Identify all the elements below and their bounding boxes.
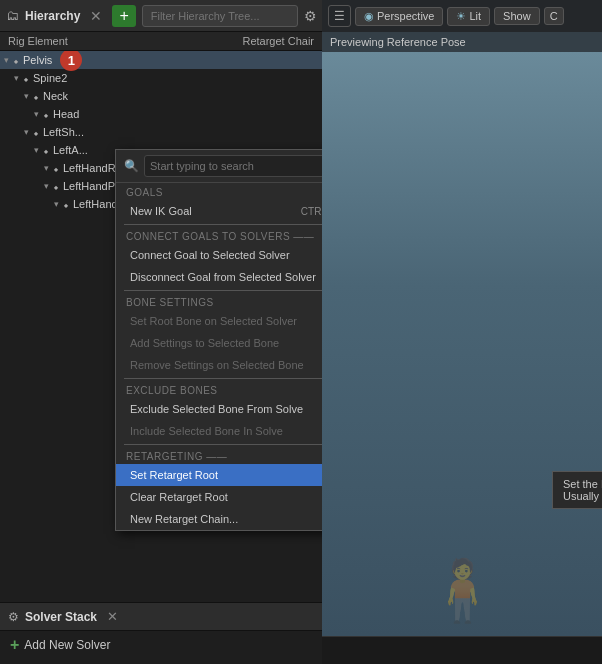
solver-stack: ⚙ Solver Stack ✕ + Add New Solver [0,602,322,664]
bone-icon-8: ⬥ [53,181,59,192]
hierarchy-gear-icon[interactable]: ⚙ [304,8,317,24]
tree-item-label-leftsh: LeftSh... [43,126,84,138]
viewport-subtitle: Previewing Reference Pose [322,32,602,52]
hierarchy-add-button[interactable]: + [112,5,135,27]
hierarchy-close-button[interactable]: ✕ [90,8,102,24]
add-solver-label: Add New Solver [24,638,110,652]
menu-item-remove-settings[interactable]: Remove Settings on Selected Bone [116,354,322,376]
menu-item-include-bone[interactable]: Include Selected Bone In Solve [116,420,322,442]
menu-search-icon: 🔍 [124,159,139,173]
menu-item-set-root-bone[interactable]: Set Root Bone on Selected Solver [116,310,322,332]
arrow-down-icon-2: ▾ [14,73,19,83]
tree-area: ▾ ⬥ Pelvis 1 ▾ ⬥ Spine2 ▾ ⬥ Neck ▾ ⬥ Hea… [0,51,322,602]
viewport-hamburger-button[interactable]: ☰ [328,5,351,27]
menu-item-connect-goal[interactable]: Connect Goal to Selected Solver [116,244,322,266]
bone-icon-9: ⬥ [63,199,69,210]
menu-item-clear-retarget-root[interactable]: Clear Retarget Root [116,486,322,508]
hierarchy-header: 🗂 Hierarchy ✕ + ⚙ ▾ [0,0,322,32]
solver-stack-close-button[interactable]: ✕ [107,609,118,624]
lit-label: Lit [469,10,481,22]
hierarchy-search-input[interactable] [142,5,298,27]
section-connect-goals: CONNECT GOALS TO SOLVERS —— [116,227,322,244]
arrow-down-icon: ▾ [4,55,9,65]
solver-stack-title: Solver Stack [25,610,97,624]
hierarchy-icon: 🗂 [6,8,19,23]
include-bone-label: Include Selected Bone In Solve [130,425,283,437]
retarget-chair-label: Retarget Chair [242,35,314,47]
new-ik-goal-shortcut: CTRL+N [301,206,322,217]
show-label: Show [503,10,531,22]
context-menu: 🔍 GOALS New IK Goal CTRL+N CONNECT GOALS… [115,149,322,531]
section-retargeting: RETARGETING —— [116,447,322,464]
solver-stack-icon: ⚙ [8,610,19,624]
remove-settings-label: Remove Settings on Selected Bone [130,359,304,371]
menu-item-exclude-bone[interactable]: Exclude Selected Bone From Solve [116,398,322,420]
viewport-lit-button[interactable]: ☀ Lit [447,7,490,26]
rig-element-label: Rig Element [8,35,68,47]
tree-item-pelvis[interactable]: ▾ ⬥ Pelvis 1 [0,51,322,69]
menu-search-row: 🔍 [116,150,322,183]
tree-item-head[interactable]: ▾ ⬥ Head [0,105,322,123]
perspective-globe-icon: ◉ [364,10,374,23]
left-panel: 🗂 Hierarchy ✕ + ⚙ ▾ Rig Element Retarget… [0,0,322,664]
menu-item-add-settings[interactable]: Add Settings to Selected Bone [116,332,322,354]
disconnect-goal-label: Disconnect Goal from Selected Solver [130,271,316,283]
divider-1 [124,224,322,225]
tree-item-label-neck: Neck [43,90,68,102]
viewport-extra-button[interactable]: C [544,7,564,25]
add-solver-plus-icon: + [10,636,19,654]
tree-item-neck[interactable]: ▾ ⬥ Neck [0,87,322,105]
tree-item-spine2[interactable]: ▾ ⬥ Spine2 [0,69,322,87]
viewport-panel: ☰ ◉ Perspective ☀ Lit Show C Previewing … [322,0,602,664]
add-solver-button[interactable]: + Add New Solver [0,631,322,659]
tree-item-label-head: Head [53,108,79,120]
bone-icon: ⬥ [13,55,19,66]
tree-item-label-spine2: Spine2 [33,72,67,84]
menu-item-new-ik-goal[interactable]: New IK Goal CTRL+N [116,200,322,222]
bone-icon-6: ⬥ [43,145,49,156]
new-ik-goal-label: New IK Goal [130,205,192,217]
set-root-bone-label: Set Root Bone on Selected Solver [130,315,297,327]
tree-item-label-lefta: LeftA... [53,144,88,156]
tooltip-text: Set the Root Bone used for retargeting. … [563,478,602,502]
menu-item-new-retarget-chain[interactable]: New Retarget Chain... [116,508,322,530]
solver-header: ⚙ Solver Stack ✕ [0,603,322,631]
menu-item-set-retarget-root[interactable]: Set Retarget Root 2 [116,464,322,486]
divider-3 [124,378,322,379]
bone-icon-4: ⬥ [43,109,49,120]
divider-2 [124,290,322,291]
tooltip-box: Set the Root Bone used for retargeting. … [552,471,602,509]
bone-icon-2: ⬥ [23,73,29,84]
arrow-icon-lpk: ▾ [54,199,59,209]
section-goals: GOALS [116,183,322,200]
bone-icon-7: ⬥ [53,163,59,174]
viewport-bottom: Z X Y CSDN 心处方 [322,636,602,664]
bone-icon-3: ⬥ [33,91,39,102]
viewport-show-button[interactable]: Show [494,7,540,25]
arrow-down-icon-3: ▾ [24,91,29,101]
clear-retarget-root-label: Clear Retarget Root [130,491,228,503]
arrow-icon-leftsh: ▾ [24,127,29,137]
table-header: Rig Element Retarget Chair [0,32,322,51]
viewport-subtitle-text: Previewing Reference Pose [330,36,466,48]
bone-icon-5: ⬥ [33,127,39,138]
viewport-bar: ☰ ◉ Perspective ☀ Lit Show C [322,0,602,32]
connect-goal-label: Connect Goal to Selected Solver [130,249,290,261]
viewport-perspective-button[interactable]: ◉ Perspective [355,7,443,26]
arrow-icon-lr2: ▾ [44,163,49,173]
viewport-3d-bg[interactable]: 🧍 [322,52,602,636]
tree-item-label: Pelvis [23,54,52,66]
menu-item-disconnect-goal[interactable]: Disconnect Goal from Selected Solver [116,266,322,288]
section-exclude-bones: EXCLUDE BONES [116,381,322,398]
section-bone-settings: BONE SETTINGS [116,293,322,310]
arrow-icon-lp: ▾ [44,181,49,191]
menu-search-input[interactable] [144,155,322,177]
new-retarget-chain-label: New Retarget Chain... [130,513,238,525]
divider-4 [124,444,322,445]
arrow-icon-lefta: ▾ [34,145,39,155]
lit-icon: ☀ [456,10,466,23]
tree-item-leftsh[interactable]: ▾ ⬥ LeftSh... [0,123,322,141]
arrow-icon-head: ▾ [34,109,39,119]
hierarchy-tab-title: Hierarchy [25,9,80,23]
exclude-bone-label: Exclude Selected Bone From Solve [130,403,303,415]
